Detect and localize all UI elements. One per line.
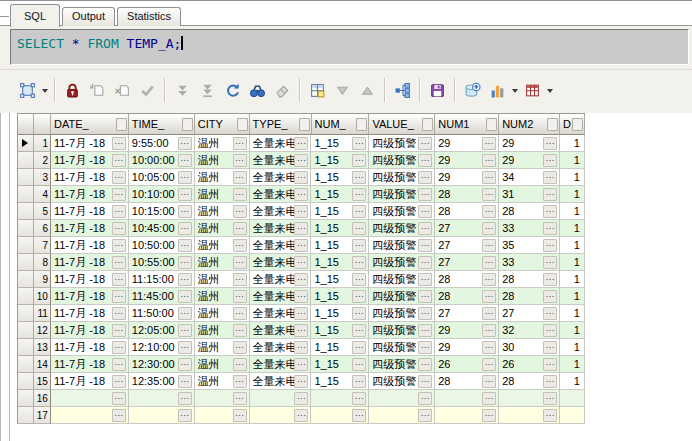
cell-ellipsis-button[interactable]: ··· — [543, 341, 557, 354]
cell-ellipsis-button[interactable]: ··· — [294, 392, 308, 405]
cell-ellipsis-button[interactable]: ··· — [112, 205, 126, 218]
cell-type[interactable]: 全量来电··· — [250, 220, 312, 237]
cell-date[interactable]: 11-7月 -18··· — [51, 237, 129, 254]
cell-ellipsis-button[interactable]: ··· — [352, 392, 366, 405]
cell-ellipsis-button[interactable]: ··· — [233, 358, 247, 371]
row-number-cell[interactable]: 6 — [34, 220, 51, 237]
cell-ellipsis-button[interactable]: ··· — [294, 409, 308, 422]
cell-num1[interactable]: 28··· — [435, 186, 499, 203]
cell-time[interactable]: 10:45:00··· — [129, 220, 195, 237]
tab-statistics[interactable]: Statistics — [117, 7, 181, 26]
cell-ellipsis-button[interactable]: ··· — [418, 358, 432, 371]
cell-ellipsis-button[interactable]: ··· — [294, 239, 308, 252]
cell-city[interactable]: 温州··· — [195, 237, 250, 254]
cell-d[interactable] — [560, 390, 585, 407]
chart-dropdown-icon[interactable] — [512, 89, 518, 96]
cell-value[interactable]: 四级预警··· — [369, 152, 435, 169]
fetch-next-page-icon[interactable] — [170, 78, 195, 102]
cell-ellipsis-button[interactable]: ··· — [482, 307, 496, 320]
cell-time[interactable]: ··· — [129, 407, 195, 424]
cell-ellipsis-button[interactable]: ··· — [178, 239, 192, 252]
row-number-cell[interactable]: 14 — [34, 356, 51, 373]
cell-ellipsis-button[interactable]: ··· — [352, 341, 366, 354]
cell-city[interactable]: 温州··· — [195, 339, 250, 356]
export-data-icon[interactable] — [460, 78, 485, 102]
cell-type[interactable]: ··· — [250, 390, 312, 407]
cell-city[interactable]: 温州··· — [195, 254, 250, 271]
cell-num2[interactable]: 29··· — [499, 135, 560, 152]
cell-d[interactable]: 1 — [560, 186, 585, 203]
cell-ellipsis-button[interactable]: ··· — [418, 341, 432, 354]
cell-city[interactable]: 温州··· — [195, 220, 250, 237]
cell-ellipsis-button[interactable]: ··· — [418, 324, 432, 337]
cell-ellipsis-button[interactable]: ··· — [112, 375, 126, 388]
cell-date[interactable]: 11-7月 -18··· — [51, 186, 129, 203]
cell-num[interactable]: 1_15··· — [311, 339, 369, 356]
sort-ascending-icon[interactable] — [355, 78, 380, 102]
cell-ellipsis-button[interactable]: ··· — [233, 205, 247, 218]
cell-ellipsis-button[interactable]: ··· — [543, 154, 557, 167]
report-icon[interactable] — [520, 78, 545, 102]
cell-time[interactable]: 11:50:00··· — [129, 305, 195, 322]
cell-ellipsis-button[interactable]: ··· — [178, 222, 192, 235]
cell-d[interactable]: 1 — [560, 373, 585, 390]
cell-ellipsis-button[interactable]: ··· — [112, 307, 126, 320]
sort-descending-icon[interactable] — [330, 78, 355, 102]
refresh-icon[interactable] — [220, 78, 245, 102]
cell-ellipsis-button[interactable]: ··· — [543, 290, 557, 303]
cell-ellipsis-button[interactable]: ··· — [482, 256, 496, 269]
header-options-box[interactable] — [422, 118, 433, 131]
column-header-d[interactable]: D — [560, 114, 585, 135]
cell-ellipsis-button[interactable]: ··· — [178, 324, 192, 337]
cell-num2[interactable]: 28··· — [499, 203, 560, 220]
cell-time[interactable]: 11:45:00··· — [129, 288, 195, 305]
tab-output[interactable]: Output — [62, 7, 115, 26]
cell-ellipsis-button[interactable]: ··· — [418, 137, 432, 150]
cell-ellipsis-button[interactable]: ··· — [352, 205, 366, 218]
cell-date[interactable]: 11-7月 -18··· — [51, 169, 129, 186]
cell-ellipsis-button[interactable]: ··· — [543, 375, 557, 388]
cell-time[interactable]: 10:55:00··· — [129, 254, 195, 271]
column-header-city[interactable]: CITY — [195, 114, 250, 135]
cell-city[interactable]: 温州··· — [195, 135, 250, 152]
cell-date[interactable]: 11-7月 -18··· — [51, 135, 129, 152]
cell-num[interactable]: 1_15··· — [311, 322, 369, 339]
cell-ellipsis-button[interactable]: ··· — [352, 137, 366, 150]
cell-ellipsis-button[interactable]: ··· — [178, 256, 192, 269]
cell-ellipsis-button[interactable]: ··· — [178, 358, 192, 371]
cell-num2[interactable]: 33··· — [499, 220, 560, 237]
cell-type[interactable]: 全量来电··· — [250, 203, 312, 220]
cell-num[interactable]: 1_15··· — [311, 169, 369, 186]
cell-d[interactable]: 1 — [560, 356, 585, 373]
cell-ellipsis-button[interactable]: ··· — [482, 409, 496, 422]
row-number-cell[interactable]: 10 — [34, 288, 51, 305]
column-header-type[interactable]: TYPE_ — [250, 114, 312, 135]
cell-ellipsis-button[interactable]: ··· — [112, 256, 126, 269]
cell-ellipsis-button[interactable]: ··· — [482, 205, 496, 218]
cell-ellipsis-button[interactable]: ··· — [233, 409, 247, 422]
cell-date[interactable]: 11-7月 -18··· — [51, 152, 129, 169]
result-grid-options-dropdown-icon[interactable] — [42, 89, 48, 96]
cell-ellipsis-button[interactable]: ··· — [233, 137, 247, 150]
cell-ellipsis-button[interactable]: ··· — [233, 239, 247, 252]
cell-ellipsis-button[interactable]: ··· — [178, 392, 192, 405]
clear-icon[interactable] — [270, 78, 295, 102]
cell-num[interactable]: ··· — [311, 407, 369, 424]
header-options-box[interactable] — [116, 118, 127, 131]
cell-num[interactable]: 1_15··· — [311, 135, 369, 152]
cell-ellipsis-button[interactable]: ··· — [482, 290, 496, 303]
cell-ellipsis-button[interactable]: ··· — [543, 205, 557, 218]
cell-ellipsis-button[interactable]: ··· — [294, 273, 308, 286]
cell-time[interactable]: 10:05:00··· — [129, 169, 195, 186]
cell-ellipsis-button[interactable]: ··· — [352, 290, 366, 303]
cell-date[interactable]: 11-7月 -18··· — [51, 220, 129, 237]
cell-value[interactable]: 四级预警··· — [369, 203, 435, 220]
cell-city[interactable]: 温州··· — [195, 322, 250, 339]
column-header-value[interactable]: VALUE_ — [369, 114, 435, 135]
cell-city[interactable]: 温州··· — [195, 373, 250, 390]
cell-num1[interactable]: 28··· — [435, 271, 499, 288]
cell-ellipsis-button[interactable]: ··· — [543, 239, 557, 252]
cell-ellipsis-button[interactable]: ··· — [233, 154, 247, 167]
cell-ellipsis-button[interactable]: ··· — [112, 171, 126, 184]
cell-ellipsis-button[interactable]: ··· — [418, 205, 432, 218]
